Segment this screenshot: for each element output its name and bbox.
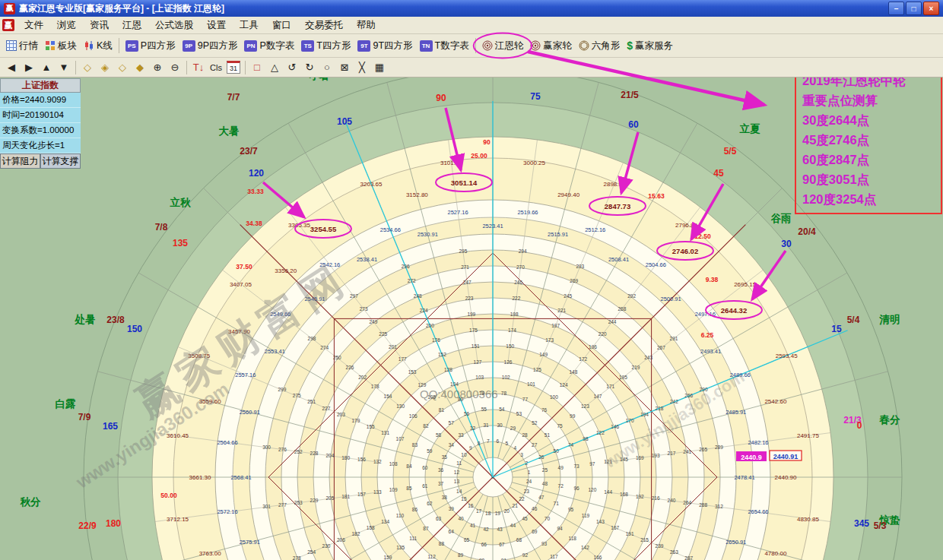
drawbar-diamond-2[interactable]: ◈	[97, 59, 113, 75]
svg-text:95: 95	[568, 507, 574, 512]
svg-text:126: 126	[504, 359, 513, 365]
svg-text:131: 131	[381, 430, 389, 435]
svg-text:79: 79	[479, 391, 485, 396]
svg-text:54: 54	[499, 407, 505, 412]
svg-text:2: 2	[525, 460, 529, 466]
drawbar-diamond-1[interactable]: ◇	[79, 59, 96, 75]
svg-text:17: 17	[476, 508, 482, 514]
drawbar-boxed-x[interactable]: ⊠	[336, 59, 353, 75]
toolbar-item-9p-square[interactable]: 9P9P四方形	[179, 37, 241, 55]
svg-text:130: 130	[396, 403, 405, 409]
svg-text:3407.05: 3407.05	[230, 281, 252, 288]
drawbar-triangle-tool[interactable]: △	[266, 59, 283, 75]
menu-item-news[interactable]: 资讯	[83, 17, 116, 33]
svg-text:205: 205	[325, 495, 334, 501]
toolbar-item-winner-wheel[interactable]: 赢家轮	[527, 37, 575, 55]
svg-text:25.00: 25.00	[471, 152, 487, 160]
menu-item-trade[interactable]: 交易委托	[298, 17, 350, 33]
drawbar-diamond-4[interactable]: ◆	[132, 59, 148, 75]
drawbar-rotate-left[interactable]: ↺	[284, 59, 300, 75]
svg-text:74: 74	[568, 442, 574, 448]
menu-item-browse[interactable]: 浏览	[50, 17, 83, 33]
minimize-button[interactable]: –	[888, 2, 904, 15]
drawbar-zoom-in[interactable]: ⊕	[149, 59, 166, 75]
menu-item-tools[interactable]: 工具	[233, 17, 265, 33]
svg-text:34.38: 34.38	[246, 220, 262, 227]
svg-text:102: 102	[502, 375, 510, 380]
svg-text:81: 81	[439, 407, 445, 413]
menu-item-formula[interactable]: 公式选股	[148, 17, 200, 33]
svg-text:2485.91: 2485.91	[726, 409, 746, 416]
quotes-icon	[6, 40, 17, 51]
menu-item-settings[interactable]: 设置	[200, 17, 233, 33]
drawbar-down-triangle[interactable]: ▼	[56, 59, 72, 75]
close-button[interactable]: ×	[923, 2, 939, 15]
svg-text:250: 250	[333, 355, 341, 360]
svg-text:75: 75	[530, 91, 541, 102]
svg-text:154: 154	[384, 394, 392, 399]
drawbar-rotate-right[interactable]: ↻	[301, 59, 318, 75]
svg-text:44: 44	[510, 523, 516, 528]
svg-text:269: 269	[570, 278, 578, 283]
toolbar-item-gann-wheel[interactable]: 江恩轮	[479, 37, 527, 55]
info-field-price: 价格=2440.9099	[0, 93, 81, 108]
drawbar-cls[interactable]: Cls	[208, 59, 224, 75]
maximize-button[interactable]: □	[906, 2, 922, 15]
toolbar-item-hexagon[interactable]: 六角形	[576, 37, 624, 55]
svg-text:立秋: 立秋	[170, 196, 192, 208]
drawbar-text-tool[interactable]: T↓	[190, 59, 207, 75]
svg-text:105: 105	[337, 116, 352, 127]
svg-text:125: 125	[533, 367, 541, 372]
drawing-toolbar: ◀▶▲▼◇◈◇◆⊕⊖T↓Cls31□△↺↻○⊠╳▦	[0, 58, 943, 78]
drawbar-nav-back[interactable]: ◀	[3, 59, 20, 75]
toolbar-item-t-table[interactable]: TNT数字表	[417, 37, 472, 55]
svg-text:8: 8	[478, 441, 481, 446]
drawbar-circle-tool[interactable]: ○	[319, 59, 335, 75]
svg-text:22: 22	[519, 496, 525, 501]
toolbar-item-quotes[interactable]: 行情	[3, 37, 41, 55]
svg-text:224: 224	[420, 308, 428, 313]
svg-text:23/7: 23/7	[240, 146, 258, 157]
svg-text:2493.41: 2493.41	[700, 348, 721, 355]
svg-text:7/8: 7/8	[155, 222, 168, 233]
menu-item-help[interactable]: 帮助	[350, 17, 383, 33]
svg-text:119: 119	[582, 513, 590, 518]
svg-text:156: 156	[357, 457, 366, 462]
drawbar-cross-tool[interactable]: ╳	[354, 59, 370, 75]
toolbar-item-sectors[interactable]: 板块	[42, 37, 80, 55]
svg-text:50: 50	[554, 448, 560, 454]
toolbar-item-t-square[interactable]: TST四方形	[298, 37, 354, 55]
svg-text:57: 57	[449, 420, 455, 426]
toolbar-item-kline[interactable]: K线	[81, 37, 116, 55]
drawbar-diamond-3[interactable]: ◇	[114, 59, 131, 75]
svg-text:254: 254	[307, 549, 316, 555]
svg-text:45: 45	[713, 168, 724, 179]
toolbar-item-9t-square[interactable]: 9T9T四方形	[354, 37, 415, 55]
svg-text:67: 67	[499, 542, 505, 547]
drawbar-zoom-out[interactable]: ⊖	[167, 59, 183, 75]
drawbar-grid-tool[interactable]: ▦	[371, 59, 388, 75]
svg-text:80: 80	[458, 397, 464, 402]
svg-text:222: 222	[513, 296, 521, 301]
svg-text:3712.15: 3712.15	[167, 516, 189, 523]
toolbar-item-p-table[interactable]: PNP数字表	[241, 37, 297, 55]
svg-text:228: 228	[310, 451, 319, 456]
svg-text:3661.30: 3661.30	[189, 474, 211, 481]
drawbar-calendar[interactable]: 31	[225, 59, 242, 75]
drawbar-rect-tool[interactable]: □	[249, 59, 265, 75]
drawbar-up-triangle[interactable]: ▲	[38, 59, 55, 75]
toolbar-item-label: 板块	[58, 40, 77, 52]
calc-support-button[interactable]: 计算支撑	[40, 153, 81, 169]
svg-text:78: 78	[501, 391, 507, 396]
toolbar-item-winner-service[interactable]: $赢家服务	[624, 37, 676, 55]
svg-text:39: 39	[449, 506, 455, 511]
menu-item-window[interactable]: 窗口	[265, 17, 298, 33]
svg-text:2542.60: 2542.60	[764, 398, 786, 405]
menu-item-gann[interactable]: 江恩	[116, 17, 148, 33]
calc-resistance-button[interactable]: 计算阻力	[0, 153, 40, 169]
svg-text:25: 25	[542, 467, 548, 473]
menu-item-file[interactable]: 文件	[17, 17, 50, 33]
drawbar-nav-forward[interactable]: ▶	[21, 59, 37, 75]
toolbar-separator	[119, 38, 119, 53]
toolbar-item-p-square[interactable]: PSP四方形	[122, 37, 179, 55]
